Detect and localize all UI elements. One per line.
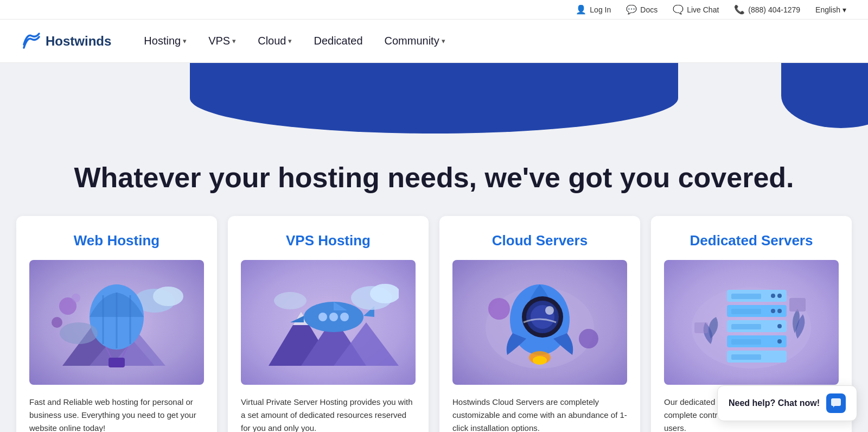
svg-point-38 — [533, 356, 547, 365]
hosting-chevron-icon: ▾ — [183, 37, 187, 45]
card-web-hosting-desc: Fast and Reliable web hosting for person… — [29, 396, 204, 432]
livechat-label: Live Chat — [687, 5, 719, 14]
phone-link[interactable]: 📞 (888) 404-1279 — [734, 4, 800, 15]
login-label: Log In — [590, 5, 611, 14]
svg-rect-57 — [731, 354, 761, 360]
logo[interactable]: Hostwinds — [22, 29, 111, 53]
card-web-hosting-title: Web Hosting — [29, 232, 204, 249]
card-dedicated-illustration — [664, 260, 839, 385]
card-cloud-servers-desc: Hostwinds Cloud Servers are completely c… — [452, 396, 627, 432]
svg-rect-58 — [789, 298, 806, 312]
card-vps-illustration — [241, 260, 416, 385]
chat-widget[interactable]: Need help? Chat now! — [717, 385, 857, 421]
wave-right — [781, 63, 868, 128]
nav-community-label: Community — [385, 35, 439, 47]
card-web-hosting: Web Hosting — [16, 216, 217, 432]
login-icon: 👤 — [576, 4, 586, 15]
chat-widget-label: Need help? Chat now! — [729, 398, 820, 408]
phone-label: (888) 404-1279 — [748, 5, 800, 14]
wave-center — [190, 63, 678, 134]
card-dedicated-servers-title: Dedicated Servers — [664, 232, 839, 249]
nav-vps-label: VPS — [208, 35, 230, 47]
nav-item-dedicated[interactable]: Dedicated — [314, 35, 362, 47]
nav-item-vps[interactable]: VPS ▾ — [208, 35, 236, 47]
docs-label: Docs — [640, 5, 658, 14]
nav-dedicated-label: Dedicated — [314, 35, 362, 47]
language-chevron-icon: ▾ — [843, 5, 846, 14]
community-chevron-icon: ▾ — [442, 37, 445, 45]
svg-rect-8 — [108, 358, 125, 367]
svg-point-52 — [777, 339, 782, 344]
vps-chevron-icon: ▾ — [232, 37, 236, 45]
card-vps-hosting-title: VPS Hosting — [241, 232, 416, 249]
nav-item-cloud[interactable]: Cloud ▾ — [258, 35, 292, 47]
svg-point-51 — [777, 324, 782, 328]
main-nav: Hostwinds Hosting ▾ VPS ▾ Cloud ▾ Dedica… — [0, 20, 868, 63]
card-web-illustration — [29, 260, 204, 385]
nav-item-community[interactable]: Community ▾ — [385, 35, 445, 47]
chat-widget-icon — [826, 393, 846, 413]
svg-point-30 — [340, 313, 349, 321]
hero-wave — [0, 63, 868, 139]
docs-icon: 💬 — [626, 4, 637, 15]
svg-point-39 — [488, 298, 510, 320]
cloud-chevron-icon: ▾ — [288, 37, 292, 45]
card-cloud-servers: Cloud Servers — [439, 216, 640, 432]
svg-point-15 — [60, 322, 98, 344]
svg-point-50 — [771, 309, 775, 313]
card-vps-hosting: VPS Hosting — [228, 216, 429, 432]
docs-link[interactable]: 💬 Docs — [626, 4, 658, 15]
logo-icon — [22, 29, 41, 53]
svg-point-28 — [318, 313, 327, 321]
svg-rect-53 — [731, 294, 761, 299]
svg-point-48 — [771, 294, 775, 298]
card-vps-hosting-desc: Virtual Private Server Hosting provides … — [241, 396, 416, 432]
svg-point-27 — [274, 292, 307, 309]
top-bar: 👤 Log In 💬 Docs 🗨️ Live Chat 📞 (888) 404… — [0, 0, 868, 20]
nav-hosting-label: Hosting — [144, 35, 181, 47]
phone-icon: 📞 — [734, 4, 745, 15]
svg-point-36 — [545, 306, 554, 315]
nav-item-hosting[interactable]: Hosting ▾ — [144, 35, 187, 47]
hero-heading: Whatever your hosting needs, we've got y… — [16, 161, 852, 194]
svg-rect-54 — [731, 309, 761, 314]
login-link[interactable]: 👤 Log In — [576, 4, 611, 15]
language-selector[interactable]: English ▾ — [815, 5, 846, 14]
logo-text: Hostwinds — [46, 34, 111, 49]
svg-point-29 — [329, 313, 338, 321]
card-cloud-illustration — [452, 260, 627, 385]
nav-cloud-label: Cloud — [258, 35, 286, 47]
svg-point-49 — [777, 309, 782, 313]
livechat-link[interactable]: 🗨️ Live Chat — [673, 4, 719, 15]
svg-point-47 — [777, 294, 782, 298]
svg-rect-59 — [694, 322, 708, 333]
card-cloud-servers-title: Cloud Servers — [452, 232, 627, 249]
svg-point-40 — [579, 329, 598, 348]
svg-rect-56 — [731, 339, 761, 345]
svg-point-1 — [153, 287, 183, 306]
svg-rect-55 — [731, 324, 761, 329]
svg-point-13 — [52, 317, 62, 328]
language-label: English — [815, 5, 840, 14]
svg-rect-60 — [831, 398, 841, 406]
chat-icon: 🗨️ — [673, 4, 684, 15]
svg-point-14 — [72, 294, 80, 302]
